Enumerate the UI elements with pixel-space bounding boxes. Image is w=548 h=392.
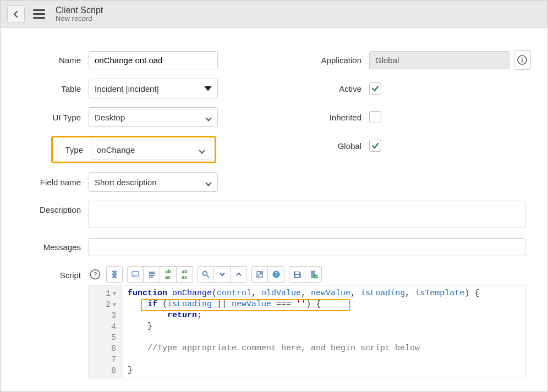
back-button[interactable] xyxy=(7,5,25,23)
page-title: Client Script xyxy=(56,5,103,15)
fullscreen-button[interactable] xyxy=(251,266,268,283)
svg-rect-2 xyxy=(522,59,523,63)
editor-help-button[interactable]: ? xyxy=(268,266,284,283)
name-label: Name xyxy=(17,56,89,65)
script-label: Script xyxy=(17,266,89,280)
code-line-3: return; xyxy=(128,311,519,322)
search-prev-button[interactable] xyxy=(231,266,247,283)
code-line-4: } xyxy=(128,322,519,333)
table-label: Table xyxy=(17,84,89,93)
application-label: Application xyxy=(281,56,369,65)
description-textarea[interactable] xyxy=(89,201,525,228)
menu-bar-icon xyxy=(33,13,45,15)
help-circle-icon: ? xyxy=(272,270,281,279)
search-next-button[interactable] xyxy=(214,266,231,283)
save-icon xyxy=(293,270,302,279)
line-gutter: 1▼ 2▼ 3 4 5 6 7 8 xyxy=(89,285,122,378)
form-header: Client Script New record xyxy=(1,1,547,28)
code-line-5 xyxy=(128,333,519,344)
svg-text:?: ? xyxy=(275,272,278,278)
expand-icon xyxy=(256,270,264,278)
table-select-value: Incident [incident] xyxy=(95,84,159,93)
caret-down-icon xyxy=(204,86,212,91)
format-code-button[interactable] xyxy=(144,266,160,283)
messages-label: Messages xyxy=(17,238,89,252)
fieldname-select[interactable]: Short description xyxy=(89,172,218,192)
svg-point-1 xyxy=(522,57,523,58)
menu-bar-icon xyxy=(33,9,45,11)
save-button[interactable] xyxy=(289,266,305,283)
script-validate-button[interactable] xyxy=(106,266,123,283)
script-toolbar: ? abac abac xyxy=(89,266,525,283)
menu-button[interactable] xyxy=(30,5,48,23)
svg-rect-5 xyxy=(132,272,139,276)
code-body[interactable]: function onChange(control, oldValue, new… xyxy=(122,285,525,378)
global-label: Global xyxy=(281,141,369,151)
search-icon xyxy=(201,270,210,279)
code-line-6: //Type appropriate comment here, and beg… xyxy=(128,344,519,355)
check-icon xyxy=(371,85,379,92)
question-icon: ? xyxy=(90,269,101,280)
name-input[interactable] xyxy=(89,51,218,69)
chevron-down-icon xyxy=(199,147,205,153)
chevron-down-icon xyxy=(205,180,211,186)
table-select[interactable]: Incident [incident] xyxy=(89,79,218,98)
uitype-label: UI Type xyxy=(17,113,89,122)
replace-button[interactable]: abac xyxy=(160,266,177,283)
replace-all-icon: abac xyxy=(182,269,188,280)
inherited-checkbox[interactable] xyxy=(369,111,381,123)
script-help-button[interactable]: ? xyxy=(89,268,102,281)
code-line-1: function onChange(control, oldValue, new… xyxy=(128,289,519,300)
uitype-select-value: Desktop xyxy=(95,113,125,122)
fieldname-label: Field name xyxy=(17,178,89,187)
messages-textarea[interactable] xyxy=(89,238,525,256)
script-editor[interactable]: 1▼ 2▼ 3 4 5 6 7 8 function onChange(cont… xyxy=(89,285,525,378)
svg-point-6 xyxy=(203,272,207,276)
scroll-check-icon xyxy=(309,270,318,279)
global-checkbox[interactable] xyxy=(369,140,381,152)
type-label: Type xyxy=(56,145,91,154)
chevron-down-icon xyxy=(205,115,211,121)
uitype-select[interactable]: Desktop xyxy=(89,107,218,127)
page-subtitle: New record xyxy=(56,15,103,23)
code-line-7 xyxy=(128,355,519,366)
application-field: Global xyxy=(369,51,509,69)
toggle-comment-button[interactable] xyxy=(127,266,144,283)
svg-rect-10 xyxy=(295,272,299,274)
replace-icon: abac xyxy=(165,269,171,280)
scroll-icon xyxy=(110,270,119,279)
svg-text:?: ? xyxy=(94,271,97,278)
code-line-8: } xyxy=(128,366,519,377)
inherited-label: Inherited xyxy=(281,113,369,122)
menu-bar-icon xyxy=(33,17,45,19)
check-icon xyxy=(371,142,379,150)
application-info-button[interactable] xyxy=(514,50,531,70)
type-select[interactable]: onChange xyxy=(91,140,211,159)
active-label: Active xyxy=(281,84,369,93)
info-icon xyxy=(517,55,527,65)
comment-icon xyxy=(131,270,140,279)
description-label: Description xyxy=(17,201,89,214)
fieldname-select-value: Short description xyxy=(95,178,157,187)
type-select-value: onChange xyxy=(97,145,135,154)
replace-all-button[interactable]: abac xyxy=(177,266,193,283)
svg-rect-11 xyxy=(295,275,299,277)
active-checkbox[interactable] xyxy=(369,82,381,95)
lines-icon xyxy=(147,270,156,279)
search-button[interactable] xyxy=(198,266,214,283)
chevron-left-icon xyxy=(12,10,20,18)
chevron-up-icon xyxy=(235,270,243,278)
chevron-down-icon xyxy=(218,270,226,278)
code-line-2: if (isLoading || newValue === '') { xyxy=(128,300,519,311)
toggle-syntax-button[interactable] xyxy=(305,266,322,283)
